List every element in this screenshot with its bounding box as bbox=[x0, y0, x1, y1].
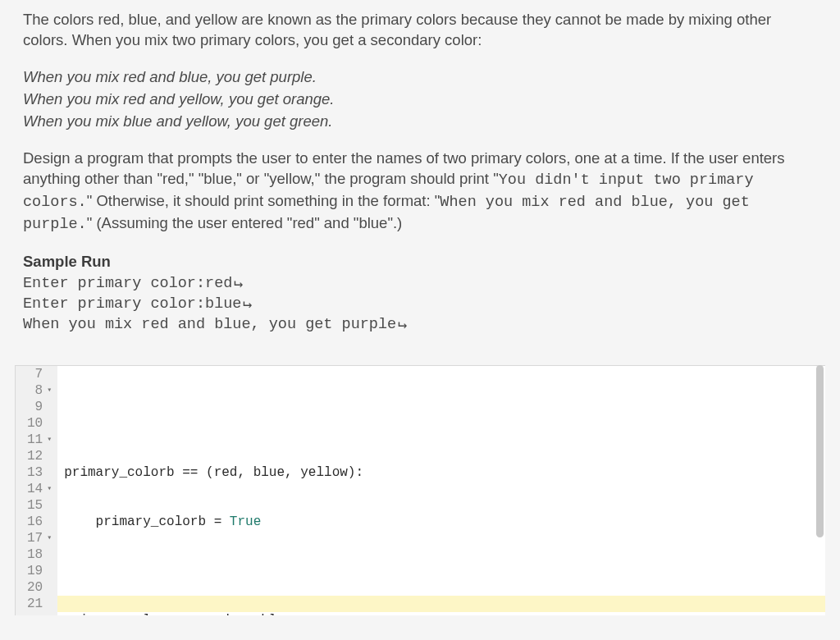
return-icon: ↵ bbox=[234, 274, 243, 295]
scrollbar-thumb[interactable] bbox=[816, 365, 824, 537]
return-icon: ↵ bbox=[398, 315, 407, 336]
code-editor[interactable]: 7 8▾ 9 10 11▾ 12 13 14▾ 15 16 17▾ 18 19 … bbox=[15, 365, 825, 615]
intro-paragraph: The colors red, blue, and yellow are kno… bbox=[23, 10, 817, 51]
sample-run-heading: Sample Run bbox=[23, 252, 817, 272]
mix-rule-2: When you mix red and yellow, you get ora… bbox=[23, 89, 817, 110]
problem-statement: The colors red, blue, and yellow are kno… bbox=[0, 0, 840, 336]
fold-icon[interactable]: ▾ bbox=[46, 481, 52, 497]
sample-line-3: When you mix red and blue, you get purpl… bbox=[23, 315, 817, 336]
vertical-scrollbar[interactable] bbox=[816, 365, 824, 615]
return-icon: ↵ bbox=[243, 295, 252, 315]
sample-line-1: Enter primary color:red↵ bbox=[23, 274, 817, 295]
fold-icon[interactable]: ▾ bbox=[46, 530, 52, 546]
active-line-highlight bbox=[57, 596, 825, 612]
sample-run-block: Enter primary color:red↵ Enter primary c… bbox=[23, 274, 817, 336]
sample-line-2: Enter primary color:blue↵ bbox=[23, 295, 817, 315]
code-area[interactable]: primary_colorb == (red, blue, yellow): p… bbox=[57, 366, 825, 615]
mix-rule-1: When you mix red and blue, you get purpl… bbox=[23, 67, 817, 88]
mix-rule-3: When you mix blue and yellow, you get gr… bbox=[23, 112, 817, 132]
fold-icon[interactable]: ▾ bbox=[46, 432, 52, 448]
instructions-paragraph: Design a program that prompts the user t… bbox=[23, 149, 817, 235]
line-number-gutter: 7 8▾ 9 10 11▾ 12 13 14▾ 15 16 17▾ 18 19 … bbox=[16, 366, 57, 615]
fold-icon[interactable]: ▾ bbox=[46, 382, 52, 399]
